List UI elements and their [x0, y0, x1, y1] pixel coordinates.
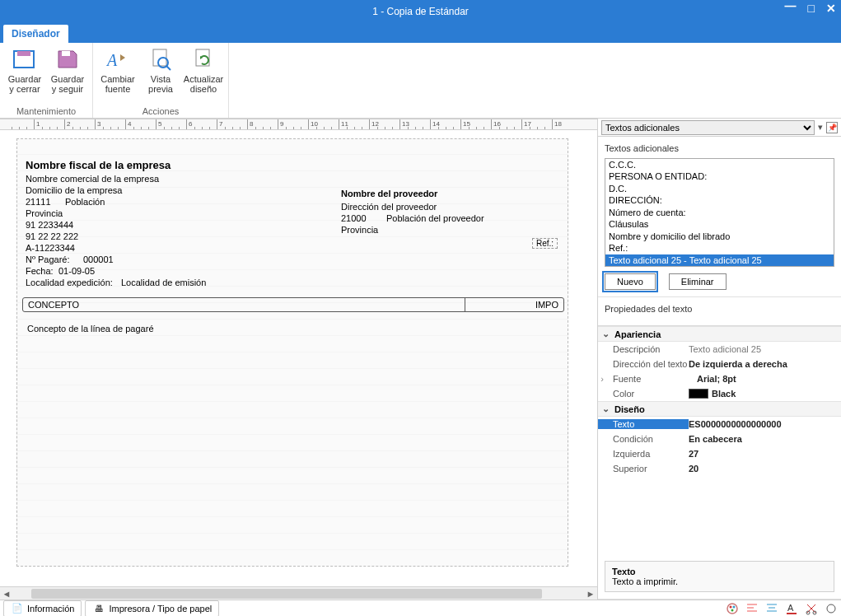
collapse-icon[interactable]: ⌄ [601, 404, 610, 414]
group-design[interactable]: ⌄Diseño [598, 401, 841, 417]
font-icon: A [105, 46, 131, 72]
ribbon-group-acciones: A Cambiar fuente Vista previa Actualizar… [93, 43, 229, 118]
save-continue-button[interactable]: Guardar y seguir [46, 44, 89, 105]
scrollbar-thumb[interactable] [31, 589, 542, 599]
prop-text[interactable]: TextoES0000000000000000 [598, 417, 841, 432]
prop-top[interactable]: Superior20 [598, 461, 841, 476]
title-bar: 1 - Copia de Estándar ― □ ✕ [0, 0, 841, 23]
list-title: Textos adicionales [605, 143, 834, 153]
list-item[interactable]: Número de cuenta: [605, 207, 834, 219]
list-item[interactable]: DIRECCIÓN: [605, 194, 834, 207]
printer-button[interactable]: 🖶 Impresora / Tipo de papel [85, 600, 219, 617]
save-close-icon [12, 46, 38, 72]
company-phone2[interactable]: 91 22 22 222 [26, 231, 78, 241]
supplier-name[interactable]: Nombre del proveedor [341, 189, 437, 198]
group-appearance[interactable]: ⌄Apariencia [598, 326, 841, 342]
save-close-button[interactable]: Guardar y cerrar [3, 44, 46, 105]
header-row[interactable]: CONCEPTO IMPO [22, 297, 564, 312]
props-title: Propiedades del texto [598, 297, 841, 320]
align-left-icon[interactable] [745, 602, 759, 615]
info-icon: 📄 [11, 602, 24, 615]
company-address[interactable]: Domicilio de la empresa [26, 185, 122, 195]
save-continue-label: Guardar y seguir [51, 74, 84, 94]
svg-point-9 [730, 605, 732, 608]
supplier-zip[interactable]: 21000 [341, 213, 367, 223]
horizontal-scrollbar[interactable]: ◄ ► [0, 586, 597, 600]
list-item[interactable]: Ref.: [605, 242, 834, 254]
loc-label[interactable]: Localidad expedición: [26, 278, 113, 287]
ribbon-group-label: Mantenimiento [3, 105, 89, 118]
company-phone1[interactable]: 91 2233444 [26, 220, 73, 230]
date-value[interactable]: 01-09-05 [58, 266, 95, 276]
list-item[interactable]: Nombre y domicilio del librado [605, 231, 834, 243]
color-swatch [689, 389, 708, 399]
svg-rect-1 [17, 51, 30, 56]
company-zip[interactable]: 21111 [26, 197, 51, 207]
collapse-icon[interactable]: ⌄ [601, 329, 610, 339]
list-item[interactable]: C.C.C. [605, 159, 834, 171]
expand-icon[interactable]: › [598, 374, 606, 384]
list-item[interactable]: Cláusulas [605, 218, 834, 231]
prop-text-direction[interactable]: Dirección del textoDe izquierda a derech… [598, 357, 841, 371]
align-center-icon[interactable] [765, 602, 778, 615]
change-font-button[interactable]: A Cambiar fuente [96, 44, 139, 105]
svg-point-8 [727, 604, 737, 614]
date-label[interactable]: Fecha: [26, 266, 54, 276]
list-item[interactable]: Texto adicional 25 - Texto adicional 25 [605, 254, 834, 267]
ribbon-group-mantenimiento: Guardar y cerrar Guardar y seguir Manten… [0, 43, 93, 118]
svg-point-10 [733, 605, 736, 608]
ref-field[interactable]: Ref.: [532, 238, 558, 249]
prop-color[interactable]: ColorBlack [598, 386, 841, 401]
status-bar: 📄 Información 🖶 Impresora / Tipo de pape… [0, 600, 841, 616]
num-label[interactable]: Nº Pagaré: [26, 254, 70, 264]
svg-text:A: A [105, 51, 118, 69]
company-fiscal-name[interactable]: Nombre fiscal de la empresa [26, 159, 171, 171]
svg-point-11 [731, 609, 734, 611]
tab-designer[interactable]: Diseñador [3, 25, 68, 43]
num-value[interactable]: 000001 [83, 254, 114, 264]
prop-condition[interactable]: CondiciónEn cabecera [598, 432, 841, 446]
design-surface[interactable]: Nombre fiscal de la empresa Nombre comer… [0, 130, 597, 586]
maximize-icon[interactable]: □ [808, 2, 815, 15]
design-surface-container: 123456789101112131415161718 Nombre fisca… [0, 119, 597, 600]
paper: Nombre fiscal de la empresa Nombre comer… [16, 138, 568, 567]
list-item[interactable]: PERSONA O ENTIDAD: [605, 170, 834, 183]
ribbon: Guardar y cerrar Guardar y seguir Manten… [0, 43, 841, 119]
company-province[interactable]: Provincia [26, 208, 63, 218]
company-city[interactable]: Población [65, 197, 105, 207]
header-concept: CONCEPTO [23, 298, 465, 311]
company-vat[interactable]: A-11223344 [26, 243, 75, 253]
textos-listbox[interactable]: en el domicilio de pago siguiente:C.C.C.… [605, 158, 834, 267]
property-grid[interactable]: ⌄Apariencia DescripciónTexto adicional 2… [598, 325, 841, 476]
prop-font[interactable]: ›FuenteArial; 8pt [598, 371, 841, 386]
svg-rect-2 [62, 51, 70, 56]
list-item[interactable]: D.C. [605, 183, 834, 195]
underline-a-icon[interactable]: A [785, 602, 798, 615]
info-button[interactable]: 📄 Información [3, 600, 82, 617]
line-concept[interactable]: Concepto de la línea de pagaré [27, 324, 154, 334]
save-continue-icon [54, 46, 81, 72]
printer-icon: 🖶 [92, 602, 105, 615]
svg-line-6 [166, 66, 171, 70]
preview-icon [147, 46, 174, 72]
circle-icon[interactable] [825, 602, 838, 615]
nuevo-button[interactable]: Nuevo [605, 273, 656, 290]
supplier-address[interactable]: Dirección del proveedor [341, 202, 437, 212]
supplier-city[interactable]: Población del proveedor [386, 213, 484, 223]
minimize-icon[interactable]: ― [785, 0, 797, 12]
chevron-down-icon[interactable]: ▾ [818, 122, 823, 133]
refresh-design-button[interactable]: Actualizar diseño [182, 44, 225, 105]
cut-icon[interactable] [805, 602, 818, 615]
palette-icon[interactable] [726, 602, 739, 615]
preview-button[interactable]: Vista previa [139, 44, 182, 105]
close-icon[interactable]: ✕ [826, 2, 836, 15]
prop-description[interactable]: DescripciónTexto adicional 25 [598, 342, 841, 357]
loc-value[interactable]: Localidad de emisión [121, 278, 206, 287]
panel-selector[interactable]: Textos adicionales [601, 120, 815, 135]
company-commercial-name[interactable]: Nombre comercial de la empresa [26, 174, 159, 184]
pin-icon[interactable]: 📌 [826, 122, 838, 133]
save-close-label: Guardar y cerrar [8, 74, 41, 94]
supplier-province[interactable]: Provincia [341, 225, 378, 235]
eliminar-button[interactable]: Eliminar [669, 273, 727, 290]
prop-left[interactable]: Izquierda27 [598, 446, 841, 461]
